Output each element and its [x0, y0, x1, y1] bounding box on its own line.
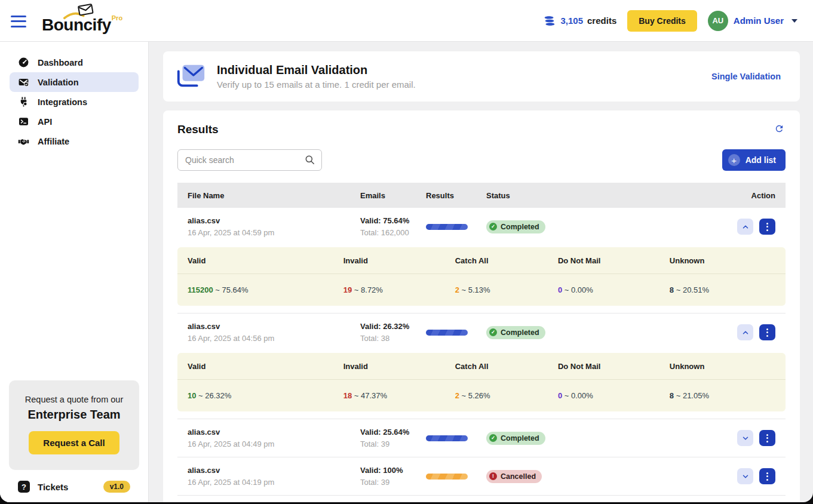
- file-name: alias.csv: [188, 322, 360, 331]
- terminal-icon: [18, 116, 29, 127]
- file-name: alias.csv: [188, 216, 360, 225]
- progress-bar: [426, 474, 468, 480]
- credits-label: credits: [587, 16, 616, 26]
- sidebar-item-api[interactable]: API: [10, 112, 139, 131]
- user-menu[interactable]: AU Admin User: [708, 11, 797, 31]
- col-file-name: File Name: [188, 191, 360, 200]
- refresh-icon[interactable]: [773, 122, 786, 137]
- cancel-icon: !: [489, 472, 497, 480]
- detail-col-invalid: Invalid: [343, 256, 455, 265]
- top-bar: Bouncify Pro 3,105 credits Buy Credits A…: [0, 0, 813, 42]
- sidebar-item-integrations[interactable]: Integrations: [10, 92, 139, 112]
- collapse-row-button[interactable]: [737, 219, 753, 235]
- row-menu-icon[interactable]: [759, 219, 775, 235]
- detail-invalid-value: 18 ~ 47.37%: [343, 391, 455, 400]
- validation-hero-card: Individual Email Validation Verify up to…: [163, 51, 800, 102]
- row-detail-panel: Valid Invalid Catch All Do Not Mail Unkn…: [177, 353, 786, 411]
- sidebar-item-dashboard[interactable]: Dashboard: [10, 53, 139, 72]
- handshake-icon: [18, 136, 29, 147]
- logo[interactable]: Bouncify Pro: [42, 8, 122, 33]
- expand-row-button[interactable]: [737, 468, 753, 484]
- progress-bar: [426, 224, 468, 230]
- sidebar-item-validation[interactable]: Validation: [10, 72, 139, 92]
- col-results: Results: [426, 191, 486, 200]
- row-menu-icon[interactable]: [759, 324, 775, 340]
- sidebar-item-affiliate[interactable]: Affiliate: [10, 131, 139, 151]
- valid-percent: Valid: 25.64%: [360, 428, 426, 437]
- file-date: 16 Apr, 2025 at 04:49 pm: [188, 440, 360, 448]
- enterprise-quote-card: Request a quote from our Enterprise Team…: [9, 380, 139, 470]
- single-validation-link[interactable]: Single Validation: [711, 72, 781, 81]
- sidebar-item-label: Integrations: [38, 97, 87, 107]
- collapse-row-button[interactable]: [737, 324, 753, 340]
- validation-envelope-check-icon: [18, 76, 29, 88]
- file-name: alias.csv: [188, 466, 360, 475]
- logo-pro-badge: Pro: [112, 14, 122, 21]
- check-icon: ✓: [489, 328, 497, 336]
- detail-do-not-mail-value: 0 ~ 0.00%: [558, 285, 670, 294]
- page-title: Individual Email Validation: [217, 63, 416, 77]
- help-icon: ?: [18, 481, 30, 493]
- enterprise-line2: Enterprise Team: [16, 408, 132, 422]
- valid-percent: Valid: 75.64%: [360, 216, 426, 225]
- request-call-button[interactable]: Request a Call: [29, 431, 119, 454]
- row-menu-icon[interactable]: [759, 430, 775, 446]
- results-card: Results + Add list: [163, 110, 800, 502]
- detail-col-catch-all: Catch All: [455, 362, 558, 371]
- file-date: 16 Apr, 2025 at 04:59 pm: [188, 228, 360, 237]
- topbar-right: 3,105 credits Buy Credits AU Admin User: [543, 10, 797, 32]
- detail-unknown-value: 8 ~ 20.51%: [670, 285, 775, 294]
- detail-col-do-not-mail: Do Not Mail: [558, 256, 670, 265]
- sidebar-item-label: Affiliate: [38, 137, 69, 146]
- buy-credits-button[interactable]: Buy Credits: [627, 10, 697, 32]
- progress-bar: [426, 330, 468, 336]
- results-table: File Name Emails Results Status Action a…: [177, 183, 786, 502]
- total-emails: Total: 38: [360, 334, 426, 343]
- table-row: 4e544241d43bae0c273b4ae414e3ebdc_all.csv…: [177, 496, 786, 502]
- main-content: Individual Email Validation Verify up to…: [149, 42, 813, 502]
- table-row: alias.csv 16 Apr, 2025 at 04:19 pm Valid…: [177, 457, 786, 495]
- col-emails: Emails: [360, 191, 426, 200]
- credits-amount: 3,105: [560, 16, 583, 26]
- row-menu-icon[interactable]: [759, 468, 775, 484]
- menu-icon[interactable]: [11, 16, 26, 27]
- table-row: alias.csv 16 Apr, 2025 at 04:59 pm Valid…: [177, 208, 786, 245]
- logo-envelope-icon: [63, 3, 97, 21]
- user-name: Admin User: [734, 16, 784, 26]
- detail-col-unknown: Unknown: [670, 362, 775, 371]
- table-row: alias.csv 16 Apr, 2025 at 04:49 pm Valid…: [177, 419, 786, 457]
- add-list-button[interactable]: + Add list: [722, 149, 786, 171]
- detail-catch-all-value: 2 ~ 5.26%: [455, 391, 558, 400]
- sidebar-item-label: Dashboard: [38, 58, 83, 67]
- detail-col-unknown: Unknown: [670, 256, 775, 265]
- search-box: [177, 149, 322, 171]
- credits-display: 3,105 credits: [543, 14, 616, 27]
- detail-col-do-not-mail: Do Not Mail: [558, 362, 670, 371]
- tickets-label: Tickets: [38, 482, 68, 492]
- results-title: Results: [177, 123, 219, 136]
- progress-bar: [426, 435, 468, 441]
- col-action: Action: [751, 191, 775, 200]
- status-badge: !Cancelled: [486, 470, 542, 483]
- detail-col-valid: Valid: [188, 256, 343, 265]
- total-emails: Total: 39: [360, 478, 426, 487]
- total-emails: Total: 39: [360, 440, 426, 448]
- email-validation-icon: [175, 62, 207, 91]
- tickets-link[interactable]: ? Tickets v1.0: [18, 481, 130, 493]
- version-badge: v1.0: [103, 481, 130, 493]
- page-subtitle: Verify up to 15 emails at a time. 1 cred…: [217, 79, 416, 90]
- valid-percent: Valid: 100%: [360, 466, 426, 475]
- plus-icon: +: [728, 154, 740, 166]
- row-detail-panel: Valid Invalid Catch All Do Not Mail Unkn…: [177, 247, 786, 306]
- table-header-row: File Name Emails Results Status Action: [177, 183, 786, 208]
- search-icon: [304, 154, 316, 166]
- search-input[interactable]: [177, 149, 322, 171]
- plug-icon: [18, 96, 29, 107]
- check-icon: ✓: [489, 434, 497, 442]
- sidebar-item-label: Validation: [38, 78, 79, 87]
- expand-row-button[interactable]: [737, 430, 753, 446]
- detail-invalid-value: 19 ~ 8.72%: [343, 285, 455, 294]
- detail-unknown-value: 8 ~ 21.05%: [670, 391, 775, 400]
- app-window: Bouncify Pro 3,105 credits Buy Credits A…: [0, 0, 813, 502]
- status-badge: ✓Completed: [486, 432, 545, 445]
